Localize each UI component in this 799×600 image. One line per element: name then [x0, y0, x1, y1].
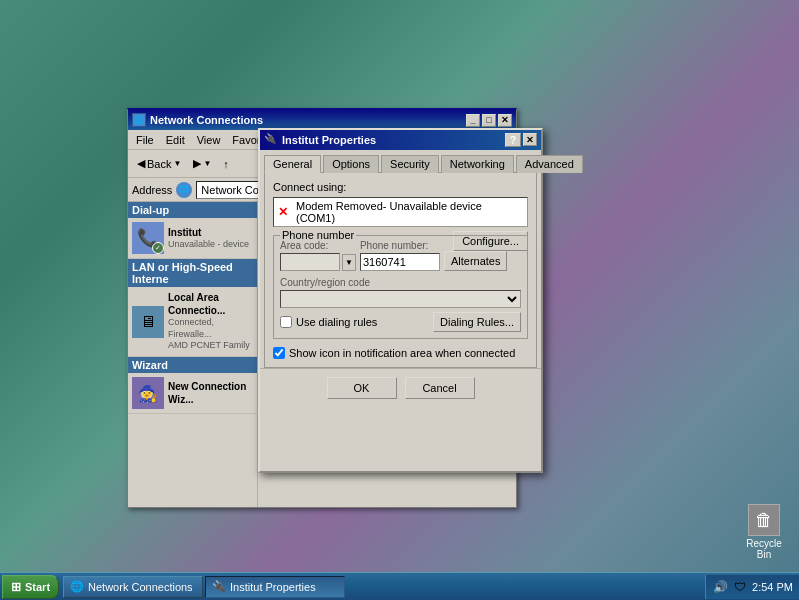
- windows-logo-icon: ⊞: [11, 580, 21, 594]
- nc-titlebar-buttons: _ □ ✕: [466, 114, 512, 127]
- taskbar-nc-icon: 🌐: [70, 580, 84, 593]
- show-icon-row: Show icon in notification area when conn…: [273, 347, 528, 359]
- dialog-close-button[interactable]: ✕: [523, 133, 537, 146]
- nc-window-title: Network Connections: [150, 114, 462, 126]
- close-button[interactable]: ✕: [498, 114, 512, 127]
- use-dialing-rules-checkbox[interactable]: [280, 316, 292, 328]
- back-label: Back: [147, 158, 171, 170]
- section-header-lan: LAN or High-Speed Interne: [128, 259, 257, 287]
- forward-button[interactable]: ▶ ▼: [188, 153, 216, 175]
- phone-number-section: Phone number Area code: ▼ Phone number: …: [273, 235, 528, 339]
- clock: 2:54 PM: [752, 581, 793, 593]
- connection-name-lan: Local Area Connectio...: [168, 291, 253, 317]
- connection-name-institut: Institut: [168, 226, 249, 239]
- phone-number-group: Phone number:: [360, 240, 440, 271]
- country-region-label: Country/region code: [280, 277, 521, 288]
- dialog-title: Institut Properties: [282, 134, 501, 146]
- show-icon-checkbox[interactable]: [273, 347, 285, 359]
- nc-sidebar: Dial-up 📞 ✓ Institut Unavailable - devic…: [128, 202, 258, 507]
- dialog-titlebar[interactable]: 🔌 Institut Properties ? ✕: [260, 130, 541, 150]
- connection-text-lan: Local Area Connectio... Connected, Firew…: [168, 291, 253, 352]
- taskbar-nc-label: Network Connections: [88, 581, 193, 593]
- tab-advanced[interactable]: Advanced: [516, 155, 583, 173]
- taskbar-ip-label: Institut Properties: [230, 581, 316, 593]
- connection-status-institut: Unavailable - device: [168, 239, 249, 251]
- connection-icon-lan: 🖥: [132, 306, 164, 338]
- cancel-button[interactable]: Cancel: [405, 377, 475, 399]
- taskbar-ip-icon: 🔌: [212, 580, 226, 593]
- back-icon: ◀: [137, 157, 145, 170]
- dialing-rules-row: Use dialing rules Dialing Rules...: [280, 312, 521, 332]
- phone-number-input[interactable]: [360, 253, 440, 271]
- start-button[interactable]: ⊞ Start: [2, 575, 59, 599]
- use-dialing-rules-label: Use dialing rules: [296, 316, 377, 328]
- connection-status-lan: Connected, Firewalle...AMD PCNET Family: [168, 317, 253, 352]
- tab-content-general: Connect using: ✕ Modem Removed- Unavaila…: [264, 172, 537, 368]
- connection-text-institut: Institut Unavailable - device: [168, 226, 249, 251]
- desktop: 🗑 Recycle Bin 🌐 Network Connections _ □ …: [0, 0, 799, 600]
- connect-using-label: Connect using:: [273, 181, 528, 193]
- area-code-group: Area code: ▼: [280, 240, 356, 271]
- maximize-button[interactable]: □: [482, 114, 496, 127]
- alternates-button[interactable]: Alternates: [444, 251, 508, 271]
- list-item-wizard[interactable]: 🧙 New Connection Wiz...: [128, 373, 257, 414]
- forward-dropdown-icon: ▼: [203, 159, 211, 168]
- up-button[interactable]: ↑: [218, 153, 234, 175]
- country-row: Country/region code: [280, 277, 521, 308]
- connect-using-section: Connect using: ✕ Modem Removed- Unavaila…: [273, 181, 528, 227]
- phone-number-field-label: Phone number:: [360, 240, 440, 251]
- list-item-institut[interactable]: 📞 ✓ Institut Unavailable - device: [128, 218, 257, 259]
- area-code-input[interactable]: [280, 253, 340, 271]
- tab-general[interactable]: General: [264, 155, 321, 173]
- taskbar-tray: 🔊 🛡 2:54 PM: [705, 575, 799, 599]
- dialog-icon: 🔌: [264, 133, 278, 147]
- dialing-rules-button[interactable]: Dialing Rules...: [433, 312, 521, 332]
- section-header-wizard: Wizard: [128, 357, 257, 373]
- tray-security-icon[interactable]: 🛡: [732, 579, 748, 595]
- forward-icon: ▶: [193, 157, 201, 170]
- taskbar-item-network-connections[interactable]: 🌐 Network Connections: [63, 576, 203, 598]
- recycle-bin-label: Recycle Bin: [746, 538, 782, 560]
- modem-text: Modem Removed- Unavailable device (COM1): [296, 200, 523, 224]
- dialog-help-button[interactable]: ?: [505, 133, 521, 147]
- tray-network-icon[interactable]: 🔊: [712, 579, 728, 595]
- recycle-bin-image: 🗑: [748, 504, 780, 536]
- dialog-title-buttons: ? ✕: [505, 133, 537, 147]
- list-item-lan[interactable]: 🖥 Local Area Connectio... Connected, Fir…: [128, 287, 257, 357]
- area-code-dropdown-icon[interactable]: ▼: [342, 254, 356, 271]
- ok-button[interactable]: OK: [327, 377, 397, 399]
- menu-file[interactable]: File: [130, 132, 160, 148]
- tab-security[interactable]: Security: [381, 155, 439, 173]
- recycle-bin-icon[interactable]: 🗑 Recycle Bin: [739, 504, 789, 560]
- start-label: Start: [25, 581, 50, 593]
- modem-row: ✕ Modem Removed- Unavailable device (COM…: [273, 197, 528, 227]
- connection-icon-wizard: 🧙: [132, 377, 164, 409]
- tab-networking[interactable]: Networking: [441, 155, 514, 173]
- tab-options[interactable]: Options: [323, 155, 379, 173]
- menu-edit[interactable]: Edit: [160, 132, 191, 148]
- up-icon: ↑: [223, 158, 229, 170]
- back-button[interactable]: ◀ Back ▼: [132, 153, 186, 175]
- connection-name-wizard: New Connection Wiz...: [168, 380, 253, 406]
- modem-error-icon: ✕: [278, 205, 292, 219]
- back-dropdown-icon: ▼: [173, 159, 181, 168]
- taskbar: ⊞ Start 🌐 Network Connections 🔌 Institut…: [0, 572, 799, 600]
- connection-text-wizard: New Connection Wiz...: [168, 380, 253, 406]
- taskbar-item-institut-properties[interactable]: 🔌 Institut Properties: [205, 576, 345, 598]
- dialog-tab-bar: General Options Security Networking Adva…: [260, 150, 541, 172]
- nc-titlebar[interactable]: 🌐 Network Connections _ □ ✕: [128, 110, 516, 130]
- address-icon: 🌐: [176, 182, 192, 198]
- taskbar-items: 🌐 Network Connections 🔌 Institut Propert…: [59, 576, 705, 598]
- nc-window-icon: 🌐: [132, 113, 146, 127]
- institut-properties-dialog: 🔌 Institut Properties ? ✕ General Option…: [258, 128, 543, 473]
- menu-view[interactable]: View: [191, 132, 227, 148]
- phone-fields: Area code: ▼ Phone number: Alternates: [280, 240, 453, 271]
- address-label: Address: [132, 184, 172, 196]
- connection-icon-institut: 📞 ✓: [132, 222, 164, 254]
- area-code-label: Area code:: [280, 240, 356, 251]
- phone-number-label: Phone number: [280, 229, 356, 241]
- country-select[interactable]: [280, 290, 521, 308]
- section-header-dialup: Dial-up: [128, 202, 257, 218]
- minimize-button[interactable]: _: [466, 114, 480, 127]
- show-icon-label: Show icon in notification area when conn…: [289, 347, 515, 359]
